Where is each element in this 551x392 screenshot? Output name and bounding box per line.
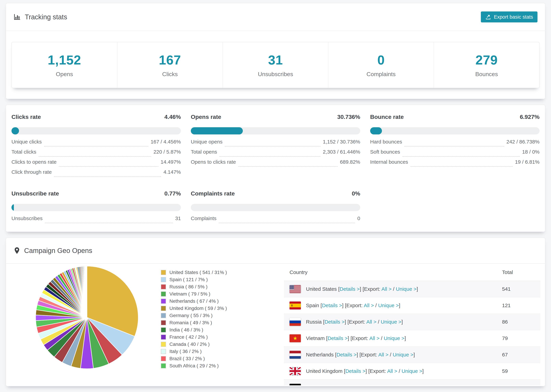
export-unique-link[interactable]: Unique > <box>402 368 422 374</box>
rate-detail-row: Opens to clicks rate689.82% <box>191 159 360 169</box>
legend-label: France ( 42 / 2% ) <box>170 334 208 340</box>
export-unique-link[interactable]: Unique > <box>393 352 413 357</box>
rate-detail-rows: Unsubscribes31 <box>11 216 181 226</box>
progress-bar <box>191 204 360 211</box>
rate-detail-value: 167 / 4.456% <box>151 139 181 145</box>
rate-detail-rows: Complaints0 <box>191 216 360 226</box>
details-link[interactable]: Details > <box>327 335 348 341</box>
rate-head: Opens rate30.736% <box>191 113 360 121</box>
page-title-text: Tracking stats <box>25 13 67 21</box>
geo-table-row-united-kingdom: United Kingdom [Details >] [Export: All … <box>284 363 540 379</box>
details-link[interactable]: Details > <box>340 286 360 292</box>
rate-detail-label: Hard bounces <box>370 139 402 145</box>
total-cell: 86 <box>502 314 540 330</box>
country-cell-inner: Netherlands [Details >] [Export: All > /… <box>290 351 502 359</box>
legend-item-romania: Romania ( 49 / 3% ) <box>161 319 227 326</box>
rate-detail-row: Soft bounces18 / 0% <box>370 149 540 159</box>
country-links-text: Germany [Details >] [Export: All > / Uni… <box>306 385 408 385</box>
rate-detail-value: 31 <box>175 216 181 221</box>
export-unique-link[interactable]: Unique > <box>396 286 417 292</box>
summary-stats-row: 1,152Opens167Clicks31Unsubscribes0Compla… <box>11 42 540 88</box>
link-separator: / <box>389 352 393 357</box>
rate-detail-row: Hard bounces242 / 86.738% <box>370 139 540 149</box>
rate-detail-label: Unsubscribes <box>11 216 42 221</box>
close-bracket: ] <box>402 319 403 325</box>
rate-detail-value: 14.497% <box>161 159 181 165</box>
rate-detail-label: Soft bounces <box>370 149 400 155</box>
total-cell: 79 <box>502 330 540 347</box>
dotted-leader <box>410 166 513 167</box>
export-prefix: ] [Export: <box>357 352 378 357</box>
campaign-geo-opens-card: Campaign Geo Opens United States ( 541 /… <box>6 238 545 386</box>
export-prefix: ] [Export: <box>348 335 369 341</box>
details-link[interactable]: Details > <box>345 368 366 374</box>
country-cell: Vietnam [Details >] [Export: All > / Uni… <box>284 330 502 347</box>
geo-col-header-total: Total <box>502 264 540 281</box>
country-links-text: Vietnam [Details >] [Export: All > / Uni… <box>306 335 406 341</box>
rate-value: 0.77% <box>164 190 181 197</box>
geo-section-title: Campaign Geo Opens <box>24 247 92 254</box>
geo-table-row-vietnam: Vietnam [Details >] [Export: All > / Uni… <box>284 330 540 347</box>
dotted-leader <box>403 156 520 157</box>
legend-label: Netherlands ( 67 / 4% ) <box>170 298 219 304</box>
export-unique-link[interactable]: Unique > <box>381 319 402 325</box>
details-link[interactable]: Details > <box>322 302 342 308</box>
country-name: Russia [ <box>306 319 325 325</box>
pie-svg <box>34 265 140 370</box>
export-unique-link[interactable]: Unique > <box>386 385 407 385</box>
legend-swatch <box>161 313 166 318</box>
geo-table: CountryTotal United States [Details >] [… <box>284 264 540 385</box>
export-all-link[interactable]: All > <box>378 352 389 357</box>
close-bracket: ] <box>404 335 406 341</box>
pie-slice-other[interactable] <box>87 266 87 317</box>
legend-swatch <box>161 363 166 368</box>
export-prefix: ] [Export: <box>360 286 381 292</box>
rate-head: Bounce rate6.927% <box>370 113 540 121</box>
legend-item-united-kingdom: United Kingdom ( 59 / 3% ) <box>161 305 227 312</box>
country-links-text: United States [Details >] [Export: All >… <box>306 286 418 292</box>
export-all-link[interactable]: All > <box>364 302 374 308</box>
country-cell-inner: Vietnam [Details >] [Export: All > / Uni… <box>290 334 502 342</box>
legend-swatch <box>161 335 166 340</box>
details-link[interactable]: Details > <box>330 385 350 385</box>
link-separator: / <box>374 302 378 308</box>
export-all-link[interactable]: All > <box>366 319 376 325</box>
legend-item-netherlands: Netherlands ( 67 / 4% ) <box>161 298 227 305</box>
flag-uk-icon <box>290 367 301 375</box>
rate-title: Bounce rate <box>370 113 404 120</box>
rate-value: 0% <box>352 190 360 197</box>
country-cell-inner: Germany [Details >] [Export: All > / Uni… <box>290 384 502 385</box>
link-separator: / <box>376 319 381 325</box>
export-all-link[interactable]: All > <box>387 368 397 374</box>
export-unique-link[interactable]: Unique > <box>384 335 404 341</box>
stat-unsubscribes: 31Unsubscribes <box>223 42 328 88</box>
export-prefix: ] [Export: <box>342 302 364 308</box>
rate-detail-value: 0 <box>357 216 360 221</box>
export-prefix: ] [Export: <box>350 385 372 385</box>
export-unique-link[interactable]: Unique > <box>378 302 399 308</box>
rate-detail-row: Unique opens1,152 / 30.736% <box>191 139 360 149</box>
details-link[interactable]: Details > <box>336 352 357 357</box>
progress-fill <box>370 127 382 134</box>
flag-vn-icon <box>290 334 301 342</box>
export-all-link[interactable]: All > <box>369 335 379 341</box>
country-links-text: Netherlands [Details >] [Export: All > /… <box>306 352 415 358</box>
stat-value: 0 <box>377 53 385 67</box>
rate-detail-label: Click through rate <box>11 169 52 175</box>
geo-pie-chart[interactable] <box>34 265 140 370</box>
details-link[interactable]: Details > <box>325 319 345 325</box>
rates-card: Clicks rate4.46%Unique clicks167 / 4.456… <box>6 105 545 232</box>
dotted-leader <box>44 146 148 147</box>
export-basic-stats-button[interactable]: Export basic stats <box>481 11 537 22</box>
rate-detail-value: 220 / 5.87% <box>154 149 181 155</box>
tracking-stats-header: Tracking stats Export basic stats <box>6 3 545 31</box>
country-links-text: United Kingdom [Details >] [Export: All … <box>306 368 424 374</box>
export-all-link[interactable]: All > <box>372 385 382 385</box>
rate-detail-rows: Unique opens1,152 / 30.736%Total opens2,… <box>191 139 360 169</box>
rate-detail-value: 2,303 / 61.446% <box>323 149 360 155</box>
link-separator: / <box>380 335 384 341</box>
progress-bar <box>11 204 181 211</box>
flag-nl-icon <box>290 351 301 359</box>
legend-item-spain: Spain ( 121 / 7% ) <box>161 276 227 283</box>
export-all-link[interactable]: All > <box>381 286 391 292</box>
